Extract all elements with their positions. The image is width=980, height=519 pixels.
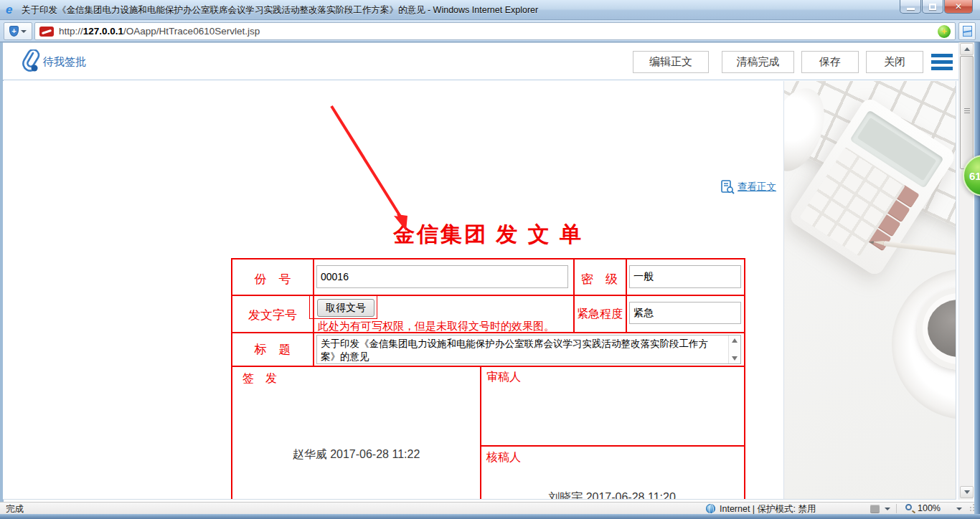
status-bar: 完成 Internet | 保护模式: 禁用 100% xyxy=(0,502,980,514)
verifier-signature: 刘晓宇 2017-06-28 11:20 xyxy=(480,490,744,500)
urgency-input[interactable] xyxy=(629,302,741,324)
scrollbar-up-button[interactable] xyxy=(960,43,974,55)
url-text[interactable]: http://127.0.0.1/OAapp/HtTrace0610Servle… xyxy=(59,26,938,37)
document-page: 查看正文 金信集团 发 文 单 份 号 密 级 发文字号 取得文号 xyxy=(3,81,956,500)
title-textarea-wrap: 关于印发《金信集团电力设施和电能保护办公室联席会议学习实践活动整改落实阶段工作方… xyxy=(316,335,741,364)
chevron-down-icon[interactable] xyxy=(885,508,890,510)
copy-no-input[interactable] xyxy=(316,265,568,288)
minimize-button[interactable] xyxy=(900,0,921,14)
hamburger-icon xyxy=(931,54,953,57)
field-label-sign-issue: 签 发 xyxy=(242,371,277,386)
table-grid-line xyxy=(626,260,627,333)
annotation-highlight-box: 取得文号 xyxy=(309,295,377,319)
field-label-secret-level: 密 级 xyxy=(573,271,626,287)
finalize-draft-button[interactable]: 清稿完成 xyxy=(722,51,794,73)
view-body-link[interactable]: 查看正文 xyxy=(738,181,776,194)
status-divider xyxy=(896,504,897,513)
form-title: 金信集团 发 文 单 xyxy=(231,220,745,249)
internet-zone-icon xyxy=(706,504,715,513)
textarea-scrollbar[interactable] xyxy=(728,335,740,363)
maximize-icon xyxy=(929,4,936,10)
title-bar: e 关于印发《金信集团电力设施和电能保护办公室联席会议学习实践活动整改落实阶段工… xyxy=(0,0,980,20)
hamburger-icon xyxy=(931,60,953,64)
field-label-reviewer: 审稿人 xyxy=(486,370,521,385)
sign-issue-signature: 赵华威 2017-06-28 11:22 xyxy=(232,447,480,462)
window-frame xyxy=(974,42,980,514)
menu-button[interactable] xyxy=(931,54,953,73)
scroll-up-icon[interactable] xyxy=(732,338,738,343)
dispatch-form-table: 份 号 密 级 发文字号 取得文号 此处为有可写权限，但是未取得文号时的效果图。… xyxy=(231,258,745,500)
shield-plus-icon xyxy=(9,26,19,37)
field-label-copy-no: 份 号 xyxy=(232,271,313,287)
broken-page-icon xyxy=(963,26,972,37)
url-path: /OAapp/HtTrace0610Servlet.jsp xyxy=(123,26,260,37)
page-scrollbar[interactable] xyxy=(958,42,974,500)
table-grid-line xyxy=(480,445,744,447)
scroll-up-icon xyxy=(964,47,970,51)
hamburger-icon xyxy=(931,67,953,70)
annotation-text: 此处为有可写权限，但是未取得文号时的效果图。 xyxy=(318,320,555,333)
browser-window: e 关于印发《金信集团电力设施和电能保护办公室联席会议学习实践活动整改落实阶段工… xyxy=(0,0,980,519)
zoom-level[interactable]: 100% xyxy=(918,503,941,513)
table-grid-line xyxy=(232,366,744,367)
chevron-down-icon xyxy=(21,30,27,33)
security-report-icon[interactable] xyxy=(870,505,880,513)
chevron-down-icon[interactable] xyxy=(956,508,962,510)
ie-icon: e xyxy=(6,4,19,16)
secret-level-input[interactable] xyxy=(629,265,741,288)
scrollbar-grip xyxy=(964,108,970,115)
save-button[interactable]: 保存 xyxy=(801,51,859,73)
resize-grip xyxy=(970,507,971,508)
scrollbar-down-button[interactable] xyxy=(960,486,974,498)
url-host: 127.0.0.1 xyxy=(83,26,123,37)
url-scheme: http:// xyxy=(59,26,83,37)
table-grid-line xyxy=(480,366,481,500)
title-textarea[interactable]: 关于印发《金信集团电力设施和电能保护办公室联席会议学习实践活动整改落实阶段工作方… xyxy=(317,335,728,363)
edit-body-button[interactable]: 编辑正文 xyxy=(633,51,709,73)
close-button[interactable] xyxy=(944,0,973,14)
get-doc-number-button[interactable]: 取得文号 xyxy=(317,299,374,317)
url-input[interactable]: http://127.0.0.1/OAapp/HtTrace0610Servle… xyxy=(34,22,956,40)
page-title: 待我签批 xyxy=(43,55,86,69)
field-label-doc-no: 发文字号 xyxy=(232,307,313,323)
maximize-button[interactable] xyxy=(922,0,943,14)
compatibility-view-button[interactable] xyxy=(958,22,976,40)
paperclip-sign-icon xyxy=(22,49,40,72)
view-document-icon xyxy=(720,180,735,194)
window-title: 关于印发《金信集团电力设施和电能保护办公室联席会议学习实践活动整改落实阶段工作方… xyxy=(22,4,538,16)
zoom-icon xyxy=(905,504,912,510)
security-extension-icon[interactable] xyxy=(938,25,951,38)
navigation-dropdown-button[interactable] xyxy=(4,22,32,40)
background-photo xyxy=(783,81,956,499)
scroll-down-icon xyxy=(964,490,970,494)
scrollbar-thumb[interactable] xyxy=(960,56,974,169)
field-label-title: 标 题 xyxy=(232,341,313,358)
close-page-button[interactable]: 关闭 xyxy=(866,51,923,73)
field-label-urgency: 紧急程度 xyxy=(572,307,628,322)
minimize-icon xyxy=(907,8,915,10)
view-body-link-group: 查看正文 xyxy=(720,180,776,194)
address-bar: http://127.0.0.1/OAapp/HtTrace0610Servle… xyxy=(0,20,980,42)
site-favicon-icon xyxy=(39,27,54,37)
scroll-down-icon[interactable] xyxy=(732,356,738,361)
window-frame xyxy=(0,514,980,519)
field-label-verifier: 核稿人 xyxy=(486,450,521,465)
